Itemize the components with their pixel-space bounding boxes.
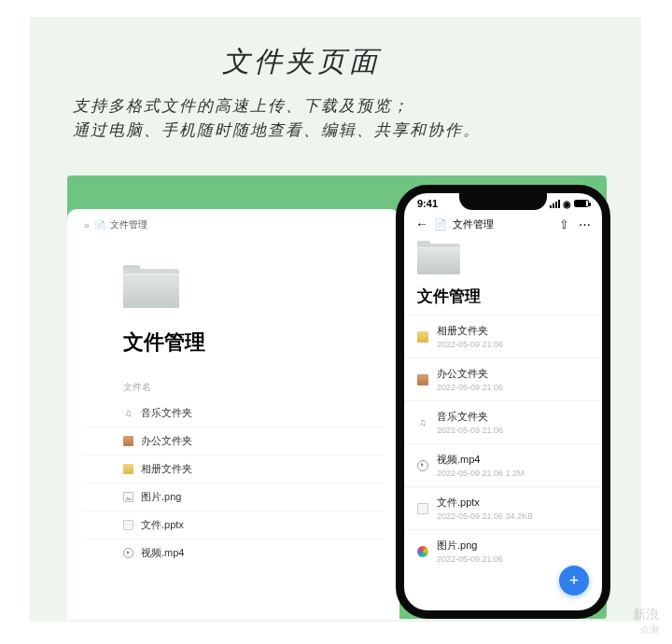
status-time: 9:41 [417, 198, 438, 209]
promo-frame: 文件夹页面 支持多格式文件的高速上传、下载及预览； 通过电脑、手机随时随地查看、… [30, 17, 641, 622]
watermark: 新浪 众测 [633, 607, 659, 637]
music-icon [123, 408, 133, 418]
wifi-icon: ◉ [563, 199, 571, 209]
list-item[interactable]: 音乐文件夹2022-05-09 21:06 [404, 400, 602, 443]
phone-notch [459, 193, 547, 210]
column-header: 文件名 [123, 381, 383, 394]
share-button[interactable]: ⇧ [559, 217, 569, 231]
album-icon [123, 464, 133, 474]
list-item[interactable]: 文件.pptx [84, 511, 383, 539]
video-icon [123, 548, 133, 558]
list-item[interactable]: 办公文件夹2022-05-09 21:06 [404, 357, 602, 400]
document-icon [417, 503, 428, 514]
phone-header: ← 📄 文件管理 ⇧ ⋯ [404, 209, 602, 235]
video-icon [417, 460, 428, 471]
back-button[interactable]: ← [415, 217, 428, 231]
breadcrumb[interactable]: » 📄 文件管理 [84, 218, 383, 231]
image-icon [123, 492, 133, 502]
list-item[interactable]: 相册文件夹2022-05-09 21:06 [404, 315, 602, 357]
desktop-file-list: 音乐文件夹 办公文件夹 相册文件夹 图片.png 文件.pptx 视频.mp4 [84, 399, 383, 567]
folder-icon [417, 241, 460, 274]
desktop-window: » 📄 文件管理 文件管理 文件名 音乐文件夹 办公文件夹 相册文件夹 图片.p… [67, 209, 399, 620]
folder-glyph-icon: 📄 [94, 220, 105, 231]
list-item[interactable]: 办公文件夹 [84, 427, 383, 455]
list-item[interactable]: 视频.mp4 [84, 539, 383, 567]
device-stage: » 📄 文件管理 文件管理 文件名 音乐文件夹 办公文件夹 相册文件夹 图片.p… [67, 175, 607, 619]
list-item[interactable]: 图片.png [84, 483, 383, 511]
list-item[interactable]: 相册文件夹 [84, 455, 383, 483]
album-icon [417, 331, 428, 343]
folder-icon [123, 265, 179, 308]
briefcase-icon [123, 436, 133, 446]
desktop-folder-title: 文件管理 [123, 329, 383, 357]
add-button[interactable]: + [559, 566, 589, 595]
phone-folder-title: 文件管理 [417, 286, 602, 307]
page-subtitle: 支持多格式文件的高速上传、下载及预览； 通过电脑、手机随时随地查看、编辑、共享和… [73, 94, 623, 144]
more-button[interactable]: ⋯ [579, 217, 591, 231]
breadcrumb-chevron-icon: » [84, 220, 90, 231]
list-item[interactable]: 文件.pptx2022-05-09 21:06 34.2KB [404, 486, 602, 529]
phone-file-list: 相册文件夹2022-05-09 21:06 办公文件夹2022-05-09 21… [404, 315, 602, 572]
list-item[interactable]: 音乐文件夹 [84, 399, 383, 427]
image-color-icon [417, 546, 428, 557]
music-icon [417, 417, 428, 428]
list-item[interactable]: 视频.mp42022-05-09 21:06 1.2M [404, 443, 602, 486]
battery-icon [574, 200, 589, 207]
header: 文件夹页面 支持多格式文件的高速上传、下载及预览； 通过电脑、手机随时随地查看、… [30, 17, 641, 151]
folder-glyph-icon: 📄 [434, 218, 447, 231]
document-icon [123, 520, 133, 530]
phone-frame: 9:41 ◉ ← 📄 文件管理 ⇧ ⋯ [396, 185, 610, 619]
signal-icon [550, 200, 560, 208]
briefcase-icon [417, 374, 428, 385]
breadcrumb: 文件管理 [453, 217, 494, 231]
page-title: 文件夹页面 [73, 43, 623, 81]
